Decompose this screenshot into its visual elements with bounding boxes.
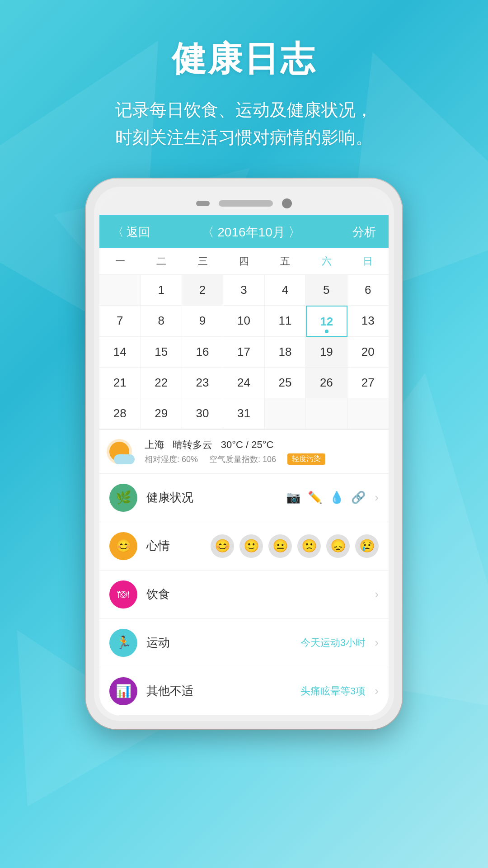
weather-city: 上海	[145, 439, 164, 450]
weekday-thu: 四	[223, 248, 264, 274]
calendar-cell-10[interactable]: 10	[223, 306, 264, 337]
drop-icon[interactable]: 💧	[329, 491, 344, 505]
calendar-cell-8[interactable]: 8	[141, 306, 182, 337]
weather-details: 上海 晴转多云 30°C / 25°C 相对湿度: 60% 空气质量指数: 10…	[145, 438, 379, 465]
exercise-row[interactable]: 🏃 运动 今天运动3小时 ›	[99, 619, 389, 667]
weather-temp: 30°C / 25°C	[221, 439, 274, 450]
calendar-cell-20[interactable]: 20	[347, 337, 389, 368]
calendar-cell-29[interactable]: 29	[141, 398, 182, 429]
phone-screen: 〈 返回 〈 2016年10月 〉 分析 一 二	[99, 192, 389, 716]
diet-chevron: ›	[375, 587, 379, 601]
calendar-cell-5[interactable]: 5	[306, 275, 347, 306]
mood-row[interactable]: 😊 心情 😊 🙂 😐 🙁 😞 😢	[99, 522, 389, 571]
discomfort-icon: 📊	[109, 677, 137, 705]
calendar-cell-6[interactable]: 6	[347, 275, 389, 306]
calendar-cell-19[interactable]: 19	[306, 337, 347, 368]
calendar-cell-21[interactable]: 21	[99, 368, 141, 398]
mood-icon: 😊	[109, 532, 137, 560]
weekday-mon: 一	[99, 248, 141, 274]
header-subtitle: 记录每日饮食、运动及健康状况， 时刻关注生活习惯对病情的影响。	[0, 96, 488, 151]
link-icon[interactable]: 🔗	[351, 491, 366, 505]
calendar-cell-17[interactable]: 17	[223, 337, 264, 368]
diet-row[interactable]: 🍽 饮食 ›	[99, 571, 389, 619]
subtitle-line1: 记录每日饮食、运动及健康状况，	[115, 100, 373, 119]
weather-row: 上海 晴转多云 30°C / 25°C 相对湿度: 60% 空气质量指数: 10…	[99, 430, 389, 474]
calendar-cell-30[interactable]: 30	[182, 398, 223, 429]
calendar-cell-1[interactable]: 1	[141, 275, 182, 306]
exercise-right-text: 今天运动3小时	[300, 636, 366, 650]
phone-camera	[282, 198, 292, 208]
calendar-cell-26[interactable]: 26	[306, 368, 347, 398]
mood-faces: 😊 🙂 😐 🙁 😞 😢	[211, 534, 379, 558]
calendar-cell-3[interactable]: 3	[223, 275, 264, 306]
subtitle-line2: 时刻关注生活习惯对病情的影响。	[115, 128, 373, 147]
calendar-cell-22[interactable]: 22	[141, 368, 182, 398]
mood-face-6[interactable]: 😢	[355, 534, 379, 558]
info-section: 上海 晴转多云 30°C / 25°C 相对湿度: 60% 空气质量指数: 10…	[99, 429, 389, 716]
mood-face-5[interactable]: 😞	[326, 534, 350, 558]
calendar-cell-14[interactable]: 14	[99, 337, 141, 368]
weekday-sun: 日	[347, 248, 389, 274]
calendar-cell-4[interactable]: 4	[265, 275, 306, 306]
calendar-cell-23[interactable]: 23	[182, 368, 223, 398]
month-display: 〈 2016年10月 〉	[202, 224, 301, 241]
calendar-cell-12-today[interactable]: 12	[306, 306, 347, 337]
calendar-cell-28[interactable]: 28	[99, 398, 141, 429]
calendar-cell-27[interactable]: 27	[347, 368, 389, 398]
exercise-icon: 🏃	[109, 629, 137, 657]
calendar: 一 二 三 四 五 六 日 1 2	[99, 248, 389, 429]
back-label: 返回	[127, 224, 150, 240]
calendar-cell-24[interactable]: 24	[223, 368, 264, 398]
today-dot	[325, 330, 328, 333]
calendar-cell-16[interactable]: 16	[182, 337, 223, 368]
camera-icon[interactable]: 📷	[286, 491, 300, 505]
weekday-sat: 六	[306, 248, 347, 274]
weather-main: 上海 晴转多云 30°C / 25°C	[145, 438, 379, 452]
calendar-cell-15[interactable]: 15	[141, 337, 182, 368]
weekday-tue: 二	[141, 248, 182, 274]
phone-speaker-center	[219, 200, 273, 207]
calendar-cell-25[interactable]: 25	[265, 368, 306, 398]
calendar-cell-11[interactable]: 11	[265, 306, 306, 337]
weather-condition: 晴转多云	[173, 439, 212, 450]
phone-top-bar	[99, 192, 389, 215]
calendar-cell-2[interactable]: 2	[182, 275, 223, 306]
health-status-row[interactable]: 🌿 健康状况 📷 ✏️ 💧 🔗 ›	[99, 474, 389, 522]
calendar-cell-empty[interactable]	[99, 275, 141, 306]
mood-label: 心情	[146, 538, 202, 554]
mood-face-2[interactable]: 🙂	[239, 534, 263, 558]
mood-face-4[interactable]: 🙁	[297, 534, 321, 558]
discomfort-label: 其他不适	[146, 683, 291, 699]
header-area: 健康日志 记录每日饮食、运动及健康状况， 时刻关注生活习惯对病情的影响。	[0, 0, 488, 151]
weather-icon	[109, 438, 136, 465]
calendar-cell-empty-5a	[265, 398, 306, 429]
calendar-cell-13[interactable]: 13	[347, 306, 389, 337]
weather-sub: 相对湿度: 60% 空气质量指数: 106 轻度污染	[145, 453, 379, 465]
discomfort-right-text: 头痛眩晕等3项	[300, 684, 366, 698]
calendar-grid: 1 2 3 4 5 6 7 8 9 10 11 12	[99, 275, 389, 429]
pollution-badge: 轻度污染	[287, 453, 325, 465]
calendar-weekdays: 一 二 三 四 五 六 日	[99, 248, 389, 275]
phone-outer: 〈 返回 〈 2016年10月 〉 分析 一 二	[86, 179, 402, 729]
health-status-icon: 🌿	[109, 484, 137, 512]
app-screen: 〈 返回 〈 2016年10月 〉 分析 一 二	[99, 215, 389, 716]
discomfort-row[interactable]: 📊 其他不适 头痛眩晕等3项 ›	[99, 667, 389, 716]
back-button[interactable]: 〈 返回	[112, 224, 150, 240]
phone-inner: 〈 返回 〈 2016年10月 〉 分析 一 二	[94, 187, 394, 721]
diet-icon: 🍽	[109, 580, 137, 609]
calendar-cell-9[interactable]: 9	[182, 306, 223, 337]
health-status-chevron: ›	[375, 491, 379, 505]
calendar-cell-18[interactable]: 18	[265, 337, 306, 368]
phone-mockup: 〈 返回 〈 2016年10月 〉 分析 一 二	[0, 179, 488, 729]
pencil-icon[interactable]: ✏️	[308, 491, 322, 505]
weather-humidity: 相对湿度: 60%	[145, 454, 198, 465]
calendar-cell-7[interactable]: 7	[99, 306, 141, 337]
mood-face-1[interactable]: 😊	[211, 534, 234, 558]
analyze-button[interactable]: 分析	[352, 224, 376, 240]
health-status-actions: 📷 ✏️ 💧 🔗	[286, 491, 366, 505]
phone-speaker	[196, 201, 210, 206]
exercise-label: 运动	[146, 635, 291, 651]
calendar-cell-empty-5b	[306, 398, 347, 429]
calendar-cell-31[interactable]: 31	[223, 398, 264, 429]
mood-face-3[interactable]: 😐	[268, 534, 292, 558]
